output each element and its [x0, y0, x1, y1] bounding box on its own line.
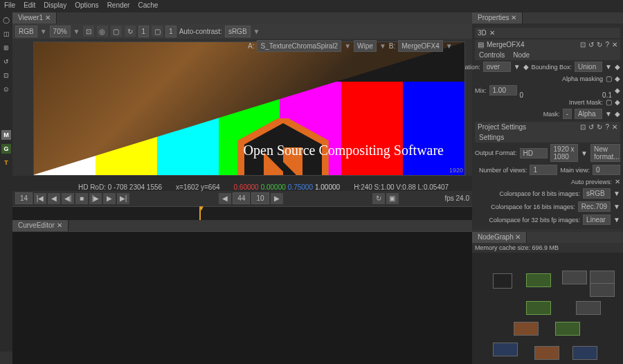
status-ab: A: B: — [17, 176, 23, 191]
node-merge2[interactable] — [534, 346, 559, 360]
tool-grade-letter[interactable]: G — [1, 144, 11, 154]
menu-edit[interactable]: Edit — [24, 1, 35, 11]
overlay-text: Open Source Compositing Software — [244, 143, 444, 158]
tool-3[interactable]: ⊞ — [1, 43, 11, 53]
frame-end[interactable]: 10 — [251, 192, 269, 204]
mix-value[interactable]: 1.00 — [489, 85, 517, 95]
tab-properties[interactable]: Properties ✕ — [472, 12, 523, 24]
play-back-button[interactable]: ◀ — [48, 193, 60, 204]
channel-select[interactable]: RGB — [15, 26, 37, 37]
refresh-icon[interactable]: ↻ — [125, 26, 136, 37]
menu-display[interactable]: Display — [44, 1, 66, 11]
nodegraph-canvas[interactable] — [472, 253, 623, 364]
gamma-value[interactable]: 1 — [165, 26, 177, 37]
frame-current[interactable]: 44 — [233, 192, 250, 204]
frame-start[interactable]: 14 — [15, 192, 33, 204]
menubar: File Edit Display Options Render Cache — [0, 0, 623, 12]
a-node-select[interactable]: S_TextureChromaSpiral2 — [257, 40, 341, 52]
collapse-icon[interactable]: ▤ — [478, 41, 484, 48]
subtab-settings[interactable]: Settings — [475, 132, 508, 143]
canvas-width-label: 1920 — [449, 167, 463, 174]
bbox-select[interactable]: Union — [575, 62, 602, 72]
tab-viewer1[interactable]: Viewer1 ✕ — [12, 12, 57, 24]
tool-text-letter[interactable]: T — [1, 158, 11, 167]
memory-cache-label: Memory cache size: 696.9 MB — [472, 243, 623, 253]
zoom-select[interactable]: 70% — [50, 26, 71, 37]
gain-value[interactable]: 1 — [138, 26, 150, 37]
node-vignette[interactable] — [576, 301, 601, 315]
frame-dec-button[interactable]: ◀ — [219, 193, 231, 204]
menu-render[interactable]: Render — [107, 1, 130, 11]
project-settings-header[interactable]: Project Settings⊡↺↻?✕ — [475, 122, 620, 132]
play-fwd-button[interactable]: ▶ — [103, 193, 116, 204]
tab-nodegraph[interactable]: NodeGraph ✕ — [472, 232, 527, 243]
gamma-icon[interactable]: ▢ — [152, 26, 163, 37]
node-header[interactable]: ▤ MergeOFX4 ⊡↺↻?✕ — [475, 39, 620, 50]
skip-first-button[interactable]: |◀ — [34, 193, 46, 204]
node-text[interactable] — [493, 343, 518, 356]
viewer-tab-bar: Viewer1 ✕ — [12, 12, 472, 24]
tool-2[interactable]: ◫ — [1, 29, 11, 39]
clip-icon[interactable]: ⊡ — [83, 26, 94, 37]
operation-select[interactable]: over — [483, 62, 511, 72]
new-format-button[interactable]: New format... — [590, 144, 620, 162]
fps-label: fps 24.0 — [444, 194, 469, 202]
tool-5[interactable]: ⊡ — [1, 71, 11, 80]
node-grade[interactable] — [526, 301, 551, 315]
mask-channel[interactable]: Alpha — [575, 109, 602, 119]
frame-inc-button[interactable]: ▶ — [271, 193, 283, 204]
menu-file[interactable]: File — [4, 1, 15, 11]
status-rgba1: 0.149220.042290.001291.00000 — [226, 179, 332, 187]
node-viewer[interactable] — [572, 346, 597, 360]
playbar: 14 |◀ ◀ ◀| ■ |▶ ▶ ▶| ◀ 44 10 ▶ ↻ ▣ fps 2… — [12, 191, 472, 206]
subtab-controls[interactable]: Controls — [475, 50, 509, 60]
node-grade2[interactable] — [555, 322, 580, 336]
target-icon[interactable]: ◎ — [97, 26, 108, 37]
format-value[interactable]: 1920 x 1080 — [550, 144, 579, 162]
keyframe-icon[interactable]: ◆ — [523, 63, 529, 71]
viewer-canvas[interactable]: Open Source Compositing Software 1920 — [33, 42, 465, 176]
stop-button[interactable]: ■ — [75, 193, 88, 204]
tool-6[interactable]: ⊙ — [1, 84, 11, 94]
colorspace-select[interactable]: sRGB — [225, 26, 251, 37]
render-icon[interactable]: ▣ — [386, 193, 399, 204]
cs32-select[interactable]: Linear — [583, 215, 611, 225]
project-3d-header[interactable]: 3D ✕ — [475, 28, 620, 38]
center-icon[interactable]: ⊡ — [580, 41, 586, 48]
step-fwd-button[interactable]: |▶ — [89, 193, 102, 204]
cs16-select[interactable]: Rec.709 — [578, 201, 611, 212]
cs8-select[interactable]: sRGB — [583, 188, 611, 199]
tool-4[interactable]: ↺ — [1, 57, 11, 66]
node-read[interactable] — [493, 273, 512, 289]
status-rod1: HD RoD: 0 0 1920 1080 — [80, 179, 154, 187]
keyframe-icon[interactable]: ◆ — [615, 63, 620, 71]
tab-curve-editor[interactable]: CurveEditor ✕ — [12, 220, 69, 231]
node-merge1[interactable] — [514, 322, 539, 336]
b-node-select[interactable]: MergeOFX4 — [398, 40, 442, 52]
menu-cache[interactable]: Cache — [138, 1, 158, 11]
tool-merge-letter[interactable]: M — [1, 130, 11, 140]
autopreview-checkbox[interactable]: ✕ — [615, 178, 620, 185]
alpha-masking-label: Alpha masking — [562, 75, 603, 82]
roi-icon[interactable]: ▢ — [111, 26, 122, 37]
keyframe-icon[interactable]: ◆ — [615, 87, 620, 94]
wipe-select[interactable]: Wipe — [354, 40, 377, 52]
format-preset[interactable]: HD — [520, 148, 548, 158]
node-edgeblur[interactable] — [590, 283, 615, 297]
step-back-button[interactable]: ◀| — [62, 193, 74, 204]
menu-options[interactable]: Options — [75, 1, 98, 11]
mainview-value[interactable]: 0 — [593, 165, 620, 175]
status-xy1: x=1602 y=664 — [168, 179, 211, 187]
nviews-value[interactable]: 1 — [530, 165, 557, 175]
tool-1[interactable]: ◯ — [1, 15, 11, 25]
node-colorcorrect[interactable] — [526, 273, 551, 287]
node-mask[interactable] — [590, 271, 615, 284]
invert-checkbox[interactable]: ▢ — [606, 98, 612, 106]
node-background1[interactable] — [562, 271, 587, 284]
subtab-node[interactable]: Node — [509, 50, 534, 60]
curve-editor-canvas[interactable] — [12, 231, 472, 365]
timeline[interactable]: ▼ — [12, 206, 472, 220]
loop-icon[interactable]: ↻ — [372, 193, 385, 204]
skip-last-button[interactable]: ▶| — [117, 193, 129, 204]
mask-source[interactable]: - — [563, 109, 572, 119]
